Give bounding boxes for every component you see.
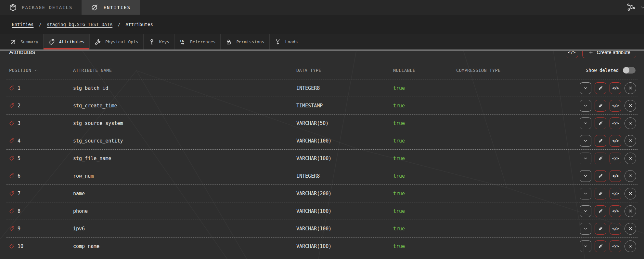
row-delete-button[interactable] [625,135,636,147]
tag-icon [9,156,15,161]
topbar-tab-entities[interactable]: ENTITIES [82,0,139,15]
attribute-data-type: VARCHAR(100) [296,208,393,214]
breadcrumb-entity-link[interactable]: staging_bq.STG_TEST_DATA [47,22,112,27]
attribute-data-type: VARCHAR(100) [296,226,393,232]
row-edit-button[interactable] [595,188,606,199]
row-code-button[interactable]: </> [610,223,621,235]
row-edit-button[interactable] [595,153,606,164]
entity-icon [91,4,98,11]
chevron-down-icon [583,191,588,196]
row-delete-button[interactable] [625,170,636,182]
row-delete-button[interactable] [625,153,636,164]
attribute-name: row_num [73,173,296,179]
column-header-data-type: DATA TYPE [296,68,393,73]
row-edit-button[interactable] [595,240,606,252]
column-header-compression-type: COMPRESSION TYPE [456,68,580,73]
tab-attributes[interactable]: Attributes [44,34,90,49]
row-code-button[interactable]: </> [610,117,621,129]
chevron-down-icon [583,173,588,179]
row-edit-button[interactable] [595,205,606,217]
code-icon: </> [612,209,619,213]
attribute-nullable: true [393,120,456,126]
breadcrumb-entities-link[interactable]: Entities [12,22,33,27]
attribute-nullable: true [393,173,456,179]
row-code-button[interactable]: </> [610,135,621,147]
table-row: 3 stg_source_system VARCHAR(50) true </> [6,115,638,132]
row-expand-button[interactable] [580,117,591,129]
row-delete-button[interactable] [625,205,636,217]
row-delete-button[interactable] [625,240,636,252]
attribute-nullable: true [393,85,456,91]
row-expand-button[interactable] [580,240,591,252]
table-row: 5 stg_file_name VARCHAR(100) true </> [6,150,638,167]
breadcrumb-separator: / [118,22,120,27]
close-icon [628,138,633,143]
lock-icon [225,39,232,45]
row-edit-button[interactable] [595,170,606,182]
show-deleted-toggle[interactable] [623,67,636,74]
row-expand-button[interactable] [580,188,591,199]
plus-icon [588,51,594,55]
tab-keys[interactable]: Keys [144,34,174,49]
row-expand-button[interactable] [580,100,591,112]
chevron-down-icon[interactable] [640,5,644,10]
edit-icon [598,208,603,214]
row-code-button[interactable]: </> [610,240,621,252]
row-delete-button[interactable] [625,117,636,129]
close-icon [628,208,633,214]
chevron-down-icon [583,86,588,91]
row-code-button[interactable]: </> [610,205,621,217]
row-code-button[interactable]: </> [610,82,621,94]
column-header-attribute-name: ATTRIBUTE NAME [73,68,296,73]
row-delete-button[interactable] [625,100,636,112]
package-icon [9,4,17,11]
tab-loads[interactable]: Loads [270,34,303,49]
row-delete-button[interactable] [625,82,636,94]
chevron-down-icon [583,226,588,231]
topbar-tab-package-details[interactable]: PACKAGE DETAILS [0,0,82,15]
row-code-button[interactable]: </> [610,100,621,112]
close-icon [628,120,633,126]
attribute-data-type: TIMESTAMP [296,103,393,109]
attribute-position: 8 [18,208,20,214]
row-expand-button[interactable] [580,135,591,147]
attribute-nullable: true [393,208,456,214]
row-code-button[interactable]: </> [610,153,621,164]
column-header-position[interactable]: POSITION [9,68,73,73]
row-edit-button[interactable] [595,223,606,235]
row-edit-button[interactable] [595,100,606,112]
create-attribute-button[interactable]: Create attribute [582,51,636,58]
attribute-nullable: true [393,226,456,232]
key-icon [148,39,155,45]
tab-summary[interactable]: Summary [0,34,44,49]
row-code-button[interactable]: </> [610,170,621,182]
edit-icon [598,120,603,126]
row-edit-button[interactable] [595,117,606,129]
row-expand-button[interactable] [580,205,591,217]
row-code-button[interactable]: </> [610,188,621,199]
row-delete-button[interactable] [625,188,636,199]
attribute-data-type: INTEGER8 [296,85,393,91]
view-ddl-button[interactable]: </> [566,51,578,58]
tag-icon [9,120,15,126]
attribute-data-type: VARCHAR(100) [296,138,393,144]
tab-physical-opts[interactable]: Physical Opts [90,34,144,49]
tab-references[interactable]: References [174,34,221,49]
row-expand-button[interactable] [580,223,591,235]
attribute-nullable: true [393,103,456,109]
row-delete-button[interactable] [625,223,636,235]
attribute-position: 2 [18,103,20,109]
sort-caret-up-icon [34,68,38,72]
tab-permissions[interactable]: Permissions [221,34,269,49]
code-icon: </> [612,103,619,108]
attribute-nullable: true [393,138,456,144]
scroll-divider [0,49,644,51]
table-row: 2 stg_create_time TIMESTAMP true </> [6,97,638,115]
row-expand-button[interactable] [580,170,591,182]
row-edit-button[interactable] [595,135,606,147]
row-expand-button[interactable] [580,82,591,94]
row-expand-button[interactable] [580,153,591,164]
entity-tab-bar: Summary Attributes Physical Opts Keys Re… [0,34,644,49]
row-edit-button[interactable] [595,82,606,94]
network-icon[interactable] [626,3,635,12]
